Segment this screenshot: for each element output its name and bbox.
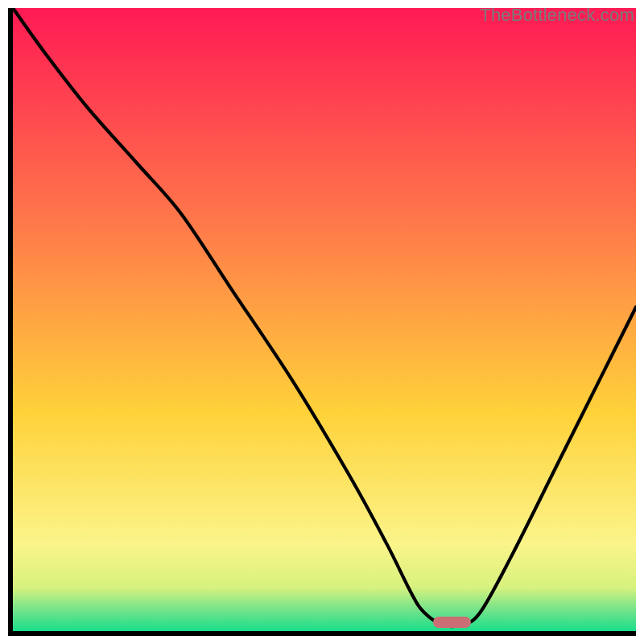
chart-frame <box>8 8 636 636</box>
watermark-text: TheBottleneck.com <box>480 5 634 26</box>
minimum-marker <box>433 617 470 628</box>
plot-area <box>13 8 636 631</box>
bottleneck-curve <box>13 8 636 631</box>
